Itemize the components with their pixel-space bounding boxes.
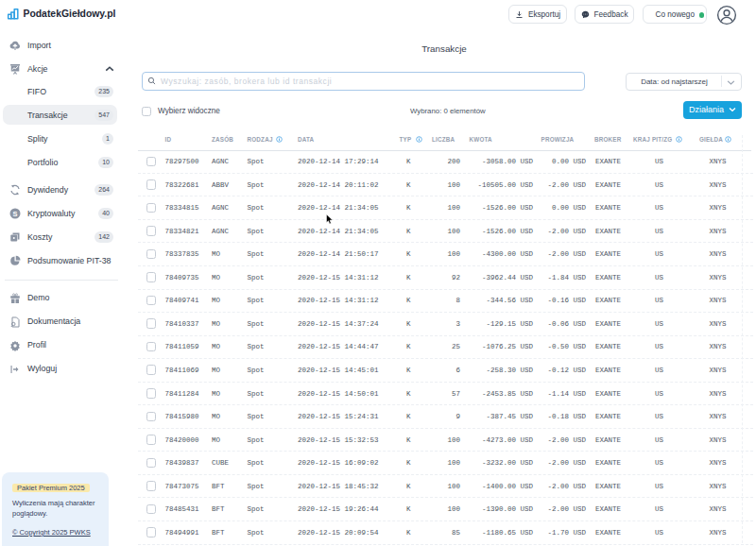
svg-text:S: S [12,210,17,218]
